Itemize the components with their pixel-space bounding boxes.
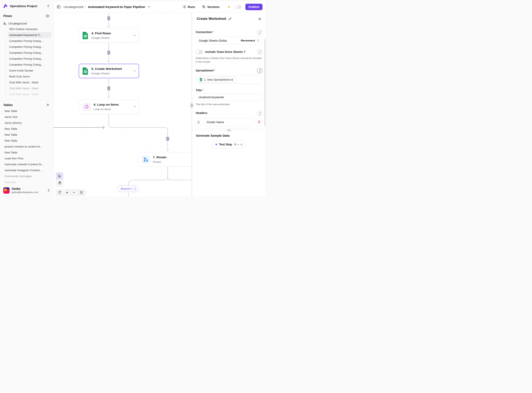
table-item[interactable]: New Table — [0, 108, 53, 114]
header-item-input[interactable] — [203, 118, 254, 126]
branch-kebab-icon[interactable] — [135, 187, 136, 190]
table-item[interactable]: New Table — [0, 132, 53, 138]
chevron-down-icon[interactable] — [133, 34, 136, 36]
step-node-router[interactable]: 7. Router Router — [138, 152, 191, 167]
google-sheets-icon — [200, 78, 202, 81]
spreadsheet-token-chip[interactable]: 1. New Spreadsheet id — [197, 77, 235, 83]
flow-item[interactable]: Event Invite Sender — [8, 68, 51, 74]
table-item[interactable]: Automate LinkedIn Content Di... — [0, 161, 53, 167]
table-item[interactable]: Blog Idea — [0, 179, 53, 185]
breadcrumb-folder[interactable]: Uncategorized — [64, 5, 83, 9]
connection-select[interactable]: Google Sheets-Ginika Reconnect — [196, 37, 262, 44]
runs-button[interactable]: Runs — [183, 5, 195, 9]
google-sheets-icon — [82, 67, 88, 75]
table-item[interactable]: Jarvis Test — [0, 114, 53, 120]
test-step-dot — [216, 144, 217, 145]
add-step-button[interactable]: + — [107, 51, 110, 54]
panel-scrollbar[interactable] — [264, 39, 265, 126]
add-step-button[interactable]: + — [107, 16, 110, 20]
table-item[interactable]: product reviews to content id... — [0, 144, 53, 150]
step-node-find-rows[interactable]: 4. Find Rows Google Sheets — [79, 28, 139, 43]
title-input[interactable] — [196, 93, 262, 101]
node-subtitle: Router — [153, 160, 167, 164]
folder-label: Uncategorized — [8, 22, 27, 25]
pan-tool-button[interactable] — [56, 179, 63, 186]
dynamic-value-icon[interactable]: ƒ — [257, 68, 262, 73]
flows-header-label: Flows — [3, 14, 12, 18]
table-item[interactable]: New Table — [0, 126, 53, 132]
team-drive-label: Include Team Drive Sheets ? — [205, 50, 245, 54]
add-step-button[interactable]: + — [166, 137, 169, 141]
zoom-in-icon[interactable]: + — [66, 190, 69, 195]
canvas-tool-switcher — [56, 172, 63, 186]
flow-item[interactable]: Competitor Pricing Chang... — [8, 50, 51, 56]
flow-canvas[interactable]: + + + + 4. Find Rows Google Sheets — [54, 13, 191, 196]
flow-item[interactable]: Chat With Jarvis - Slack — [8, 79, 51, 85]
dynamic-value-icon[interactable]: ƒ — [257, 111, 262, 116]
chevron-down-icon[interactable] — [133, 106, 136, 108]
table-item[interactable]: Lead-Gen Flow — [0, 155, 53, 161]
flow-item[interactable]: Competitor Pricing Chang... — [8, 62, 51, 68]
app-window: Operations Project Flows Uncategorized S… — [0, 0, 266, 196]
section-resize-handle[interactable] — [226, 129, 232, 131]
sidebar-item-uncategorized[interactable]: Uncategorized — [0, 22, 53, 25]
flow-enabled-toggle[interactable] — [235, 5, 241, 9]
table-item[interactable]: Community messages — [0, 173, 53, 179]
select-tool-button[interactable] — [56, 172, 63, 179]
activepieces-logo-icon — [3, 4, 8, 8]
flow-item[interactable]: SEO Outline Generator — [8, 26, 51, 32]
delete-header-icon[interactable] — [256, 118, 262, 126]
new-folder-icon[interactable] — [45, 14, 50, 18]
node-title: 4. Find Rows — [91, 31, 111, 35]
node-subtitle: Google Sheets — [91, 72, 122, 75]
title-helper: The title of the new worksheet. — [196, 103, 262, 106]
project-switcher[interactable]: Operations Project — [0, 4, 53, 8]
project-chevrons-icon[interactable] — [46, 4, 50, 8]
node-subtitle: Google Sheets — [91, 36, 111, 40]
fit-view-icon[interactable] — [79, 190, 83, 194]
chevron-down-icon[interactable] — [133, 70, 136, 72]
test-step-button[interactable]: Test Step ⌘+G — [212, 141, 246, 148]
google-sheets-icon — [82, 31, 88, 39]
flow-list: SEO Outline Generator Automated Keyword-… — [6, 26, 53, 97]
reset-view-icon[interactable] — [58, 190, 62, 194]
dynamic-value-icon[interactable]: ƒ — [257, 49, 262, 54]
add-step-button[interactable]: + — [107, 86, 110, 90]
flow-item[interactable]: Competitor Pricing Chang... — [8, 38, 51, 44]
flow-item-selected[interactable]: Automated Keyword-to-T... — [8, 32, 51, 38]
history-icon — [202, 5, 206, 9]
table-item[interactable]: New Table — [0, 150, 53, 155]
publish-button[interactable]: Publish — [245, 4, 262, 10]
reconnect-link[interactable]: Reconnect — [241, 39, 255, 42]
flow-item[interactable]: Competitor Pricing Chang... — [8, 44, 51, 50]
panel-resize-handle[interactable] — [190, 102, 193, 108]
add-table-icon[interactable] — [46, 103, 50, 107]
flow-item[interactable]: Build Club Jarvis — [8, 74, 51, 79]
table-item[interactable]: Jarvis (Demo) — [0, 120, 53, 126]
branch-label[interactable]: Branch 1 — [117, 185, 138, 192]
tables-section-header: Tables — [0, 103, 53, 107]
sidebar-divider — [3, 100, 50, 100]
flow-item[interactable]: Competitor Pricing Chang... — [8, 56, 51, 62]
step-node-loop[interactable]: 6. Loop on Items Loop on Items — [79, 99, 139, 114]
connection-value: Google Sheets-Ginika — [199, 39, 241, 42]
table-item[interactable]: Automate Instagram Content ... — [0, 167, 53, 173]
zoom-out-icon[interactable]: − — [73, 190, 75, 195]
flow-menu-chevron-icon[interactable] — [147, 5, 151, 8]
toggle-sidebar-icon[interactable] — [56, 5, 61, 9]
flow-item[interactable]: Chat With Jarvis - Slack — [8, 85, 51, 91]
cursor-icon — [58, 174, 61, 178]
flow-item[interactable]: Chat With Jarvis - Slack — [8, 91, 51, 97]
team-drive-toggle[interactable] — [196, 50, 203, 54]
versions-button[interactable]: Versions — [202, 5, 219, 9]
account-menu[interactable]: Ginika ginika@activepieces.com — [0, 185, 53, 196]
step-node-create-worksheet[interactable]: 5. Create Worksheet Google Sheets — [79, 64, 139, 78]
sidebar: Operations Project Flows Uncategorized S… — [0, 0, 53, 196]
drag-handle-icon[interactable] — [196, 118, 201, 126]
dynamic-value-icon[interactable]: ƒ — [257, 30, 262, 35]
table-item[interactable]: New Table — [0, 138, 53, 144]
test-step-shortcut: ⌘+G — [234, 143, 242, 146]
spreadsheet-field[interactable]: 1. New Spreadsheet id — [196, 75, 262, 84]
close-icon[interactable] — [258, 17, 262, 21]
rename-step-pencil-icon[interactable] — [228, 17, 232, 21]
